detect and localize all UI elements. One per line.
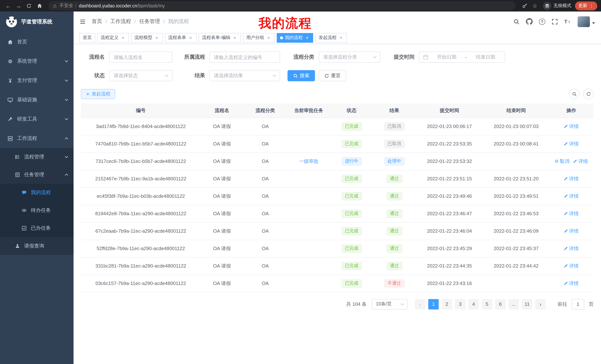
caret-down-icon xyxy=(592,22,595,24)
page-size-select[interactable]: 10条/页 xyxy=(372,299,408,309)
close-icon[interactable]: × xyxy=(305,35,310,40)
tab-home[interactable]: 首页 xyxy=(80,33,95,42)
pagination-prev-button[interactable]: ‹ xyxy=(415,299,425,309)
detail-action-link[interactable]: 详情 xyxy=(564,262,579,269)
browser-home-button[interactable] xyxy=(35,1,44,10)
browser-menu-icon[interactable]: ⋮ xyxy=(589,3,594,9)
user-menu[interactable] xyxy=(578,16,595,27)
help-button[interactable]: ? xyxy=(539,18,545,25)
github-icon xyxy=(526,18,533,25)
detail-action-link[interactable]: 详情 xyxy=(564,175,579,182)
table-row: 331bc281-7b9a-11ec-a290-acde48001122OA 请… xyxy=(81,257,594,275)
tab-start-process[interactable]: 发起流程× xyxy=(315,33,347,42)
pagination-page-11[interactable]: 11 xyxy=(522,299,532,309)
sidebar-item-leave-query[interactable]: 请假查询 xyxy=(0,237,74,255)
incognito-badge[interactable]: 无痕模式 xyxy=(543,2,571,10)
detail-action-link[interactable]: 详情 xyxy=(564,228,579,234)
cell-actions: 详情 xyxy=(549,187,594,205)
tab-process-form[interactable]: 流程表单× xyxy=(165,33,197,42)
start-process-button[interactable]: 发起流程 xyxy=(81,89,115,99)
github-link[interactable] xyxy=(526,18,533,25)
pagination-page-2[interactable]: 2 xyxy=(442,299,452,309)
process-name-input[interactable] xyxy=(109,52,172,63)
table-row: 7317cec6-7b9b-11ec-b5b7-acde48001122OA 请… xyxy=(81,153,594,170)
goto-page-input[interactable] xyxy=(572,299,584,309)
current-task-link[interactable]: 一级审批 xyxy=(299,158,318,164)
sidebar-toggle-button[interactable] xyxy=(80,18,86,25)
column-header-name: 流程名 xyxy=(200,104,243,118)
cell-current-task xyxy=(287,240,330,257)
close-icon[interactable]: × xyxy=(120,35,126,40)
header-search-button[interactable] xyxy=(513,18,520,25)
tab-user-group[interactable]: 用户分组× xyxy=(243,33,274,42)
sidebar-item-system[interactable]: 系统管理 xyxy=(0,52,74,71)
pagination-next-button[interactable]: › xyxy=(535,299,546,309)
sidebar-item-todo-tasks[interactable]: 待办任务 xyxy=(0,201,74,219)
check-square-icon xyxy=(21,226,27,231)
pagination-more-button[interactable]: ... xyxy=(509,299,519,309)
app-logo[interactable]: 芋道管理系统 xyxy=(0,11,74,32)
sidebar-item-workflow[interactable]: 工作流程 xyxy=(0,129,74,148)
cancel-action-link[interactable]: 取消 xyxy=(555,158,570,164)
detail-action-link[interactable]: 详情 xyxy=(564,140,579,147)
tab-process-form-edit[interactable]: 流程表单-编辑× xyxy=(199,33,241,42)
sidebar-item-payment[interactable]: 支付管理 xyxy=(0,71,74,90)
detail-action-link[interactable]: 详情 xyxy=(564,280,579,287)
breadcrumb-task-management[interactable]: 任务管理 xyxy=(139,18,160,25)
cell-process-category: OA xyxy=(243,135,287,153)
process-def-input[interactable] xyxy=(210,52,280,63)
show-search-toggle-button[interactable] xyxy=(569,89,580,99)
category-label: 流程分类 xyxy=(288,54,314,60)
cell-result: 已取消 xyxy=(373,135,416,153)
detail-action-link[interactable]: 详情 xyxy=(564,210,579,217)
password-manager-icon[interactable] xyxy=(520,1,529,10)
browser-back-button[interactable]: ← xyxy=(4,1,13,10)
sidebar-item-my-process[interactable]: 我的流程 xyxy=(0,184,74,201)
bookmark-star-icon[interactable]: ☆ xyxy=(531,1,539,10)
cell-status: 已完成 xyxy=(330,170,373,187)
browser-reload-button[interactable] xyxy=(25,1,33,10)
sidebar-item-dev-tools[interactable]: 研发工具 xyxy=(0,109,74,129)
sidebar-item-home[interactable]: 首页 xyxy=(0,32,74,52)
close-icon[interactable]: × xyxy=(266,35,271,40)
fullscreen-button[interactable] xyxy=(551,18,558,25)
reset-button[interactable]: 重置 xyxy=(319,70,346,81)
detail-action-link[interactable]: 详情 xyxy=(564,123,579,130)
chevron-down-icon xyxy=(65,79,68,82)
font-size-button[interactable]: TT xyxy=(564,18,571,25)
close-icon[interactable]: × xyxy=(188,35,193,40)
browser-forward-button[interactable]: → xyxy=(14,1,23,10)
status-select[interactable]: 请选择状态 xyxy=(109,70,172,81)
breadcrumb-home[interactable]: 首页 xyxy=(92,18,102,25)
browser-update-button[interactable]: 更新 ⋮ xyxy=(575,1,597,10)
pagination-page-6[interactable]: 6 xyxy=(495,299,506,309)
close-icon[interactable]: × xyxy=(232,35,237,40)
search-button[interactable]: 搜索 xyxy=(288,70,315,81)
pagination-page-1[interactable]: 1 xyxy=(428,299,439,309)
detail-action-link[interactable]: 详情 xyxy=(573,158,588,164)
close-icon[interactable]: × xyxy=(338,35,344,40)
cell-status: 已完成 xyxy=(330,222,373,240)
pagination-page-4[interactable]: 4 xyxy=(468,299,479,309)
breadcrumb-workflow[interactable]: 工作流程 xyxy=(110,18,131,25)
pagination-page-5[interactable]: 5 xyxy=(482,299,492,309)
tab-my-process[interactable]: 我的流程× xyxy=(277,33,313,42)
sidebar-item-task-management[interactable]: 任务管理 xyxy=(0,166,74,184)
sidebar-item-infrastructure[interactable]: 基础设施 xyxy=(0,90,74,109)
pagination-page-3[interactable]: 3 xyxy=(455,299,465,309)
detail-action-link[interactable]: 详情 xyxy=(564,245,579,252)
address-bar[interactable]: ⚠ 不安全 dashboard.yudao.iocoder.cn/bpm/tas… xyxy=(48,1,516,10)
sidebar-item-process-management[interactable]: 流程管理 xyxy=(0,148,74,166)
tab-process-definition[interactable]: 流程定义× xyxy=(97,33,129,42)
detail-action-link[interactable]: 详情 xyxy=(564,193,579,200)
cell-submit-time: 2022-01-23 00:06:17 xyxy=(416,118,483,135)
category-select[interactable]: 请选择流程分类 xyxy=(319,52,380,63)
refresh-table-button[interactable] xyxy=(583,89,594,99)
cell-end-time: 2022-01-22 23:46:09 xyxy=(483,222,549,240)
close-icon[interactable]: × xyxy=(154,35,159,40)
tab-process-model[interactable]: 流程模型× xyxy=(131,33,163,42)
annotation-title: 我的流程 xyxy=(259,15,312,32)
sidebar-item-done-tasks[interactable]: 已办任务 xyxy=(0,219,74,237)
result-select[interactable]: 请选择流结果 xyxy=(210,70,280,81)
submit-time-range-picker[interactable]: 开始日期 - 结束日期 xyxy=(419,52,505,63)
